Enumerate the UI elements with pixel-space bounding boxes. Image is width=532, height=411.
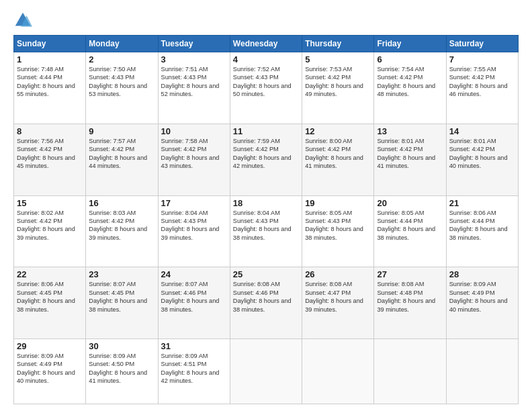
calendar-day-cell: 19 Sunrise: 8:05 AM Sunset: 4:43 PM Dayl…	[302, 195, 374, 267]
day-info: Sunrise: 8:07 AM Sunset: 4:46 PM Dayligh…	[161, 280, 227, 314]
day-number: 20	[377, 198, 443, 208]
day-number: 28	[449, 269, 515, 279]
calendar-week-row: 1 Sunrise: 7:48 AM Sunset: 4:44 PM Dayli…	[14, 52, 519, 124]
day-number: 16	[89, 198, 154, 208]
calendar-day-cell: 20 Sunrise: 8:05 AM Sunset: 4:44 PM Dayl…	[374, 195, 446, 267]
day-number: 21	[449, 198, 515, 208]
day-info: Sunrise: 8:03 AM Sunset: 4:42 PM Dayligh…	[89, 209, 154, 242]
calendar-day-cell	[302, 339, 374, 404]
calendar-day-cell: 30 Sunrise: 8:09 AM Sunset: 4:50 PM Dayl…	[86, 339, 158, 404]
calendar-day-cell: 7 Sunrise: 7:55 AM Sunset: 4:42 PM Dayli…	[446, 52, 518, 124]
calendar-day-cell: 16 Sunrise: 8:03 AM Sunset: 4:42 PM Dayl…	[86, 195, 158, 267]
day-number: 26	[305, 269, 371, 279]
day-number: 29	[17, 341, 83, 351]
calendar-day-cell: 23 Sunrise: 8:07 AM Sunset: 4:45 PM Dayl…	[86, 267, 158, 339]
page: SundayMondayTuesdayWednesdayThursdayFrid…	[0, 0, 532, 411]
day-info: Sunrise: 8:06 AM Sunset: 4:44 PM Dayligh…	[449, 209, 515, 242]
calendar-table: SundayMondayTuesdayWednesdayThursdayFrid…	[13, 35, 519, 404]
day-number: 30	[89, 341, 154, 351]
day-info: Sunrise: 7:58 AM Sunset: 4:42 PM Dayligh…	[161, 137, 227, 171]
calendar-day-cell	[446, 339, 518, 404]
day-info: Sunrise: 8:09 AM Sunset: 4:50 PM Dayligh…	[89, 352, 154, 385]
day-number: 3	[161, 54, 227, 64]
day-number: 11	[233, 126, 299, 136]
day-info: Sunrise: 8:01 AM Sunset: 4:42 PM Dayligh…	[449, 137, 515, 171]
calendar-day-cell: 12 Sunrise: 8:00 AM Sunset: 4:42 PM Dayl…	[302, 124, 374, 195]
day-info: Sunrise: 7:59 AM Sunset: 4:42 PM Dayligh…	[233, 137, 299, 171]
day-number: 8	[17, 126, 83, 136]
calendar-day-header: Sunday	[14, 36, 86, 52]
day-info: Sunrise: 8:04 AM Sunset: 4:43 PM Dayligh…	[161, 209, 227, 242]
day-info: Sunrise: 7:52 AM Sunset: 4:43 PM Dayligh…	[233, 65, 299, 99]
calendar-day-cell: 6 Sunrise: 7:54 AM Sunset: 4:42 PM Dayli…	[374, 52, 446, 124]
day-info: Sunrise: 7:54 AM Sunset: 4:42 PM Dayligh…	[377, 65, 443, 99]
day-number: 7	[449, 54, 515, 64]
day-number: 27	[377, 269, 443, 279]
calendar-day-cell: 27 Sunrise: 8:08 AM Sunset: 4:48 PM Dayl…	[374, 267, 446, 339]
day-info: Sunrise: 8:01 AM Sunset: 4:42 PM Dayligh…	[377, 137, 443, 171]
calendar-day-cell: 11 Sunrise: 7:59 AM Sunset: 4:42 PM Dayl…	[230, 124, 302, 195]
calendar-day-cell: 25 Sunrise: 8:08 AM Sunset: 4:46 PM Dayl…	[230, 267, 302, 339]
day-number: 10	[161, 126, 227, 136]
calendar-day-cell: 4 Sunrise: 7:52 AM Sunset: 4:43 PM Dayli…	[230, 52, 302, 124]
header	[13, 11, 519, 30]
day-info: Sunrise: 7:56 AM Sunset: 4:42 PM Dayligh…	[17, 137, 83, 171]
calendar-day-cell: 13 Sunrise: 8:01 AM Sunset: 4:42 PM Dayl…	[374, 124, 446, 195]
calendar-day-header: Monday	[86, 36, 158, 52]
day-number: 24	[161, 269, 227, 279]
calendar-day-cell: 17 Sunrise: 8:04 AM Sunset: 4:43 PM Dayl…	[158, 195, 230, 267]
day-info: Sunrise: 7:57 AM Sunset: 4:42 PM Dayligh…	[89, 137, 154, 171]
calendar-day-cell: 1 Sunrise: 7:48 AM Sunset: 4:44 PM Dayli…	[14, 52, 86, 124]
calendar-day-header: Saturday	[446, 36, 518, 52]
day-number: 9	[89, 126, 154, 136]
calendar-day-header: Tuesday	[158, 36, 230, 52]
day-number: 1	[17, 54, 83, 64]
calendar-day-cell: 28 Sunrise: 8:09 AM Sunset: 4:49 PM Dayl…	[446, 267, 518, 339]
day-info: Sunrise: 7:50 AM Sunset: 4:43 PM Dayligh…	[89, 65, 154, 99]
day-number: 4	[233, 54, 299, 64]
day-info: Sunrise: 7:48 AM Sunset: 4:44 PM Dayligh…	[17, 65, 83, 99]
day-info: Sunrise: 8:08 AM Sunset: 4:47 PM Dayligh…	[305, 280, 371, 314]
day-number: 23	[89, 269, 154, 279]
calendar-week-row: 29 Sunrise: 8:09 AM Sunset: 4:49 PM Dayl…	[14, 339, 519, 404]
logo-icon	[13, 11, 32, 30]
day-info: Sunrise: 8:02 AM Sunset: 4:42 PM Dayligh…	[17, 209, 83, 242]
calendar-day-cell: 18 Sunrise: 8:04 AM Sunset: 4:43 PM Dayl…	[230, 195, 302, 267]
day-info: Sunrise: 8:09 AM Sunset: 4:49 PM Dayligh…	[17, 352, 83, 385]
calendar-day-cell	[374, 339, 446, 404]
day-info: Sunrise: 8:08 AM Sunset: 4:48 PM Dayligh…	[377, 280, 443, 314]
day-number: 18	[233, 198, 299, 208]
day-number: 5	[305, 54, 371, 64]
day-info: Sunrise: 8:09 AM Sunset: 4:49 PM Dayligh…	[449, 280, 515, 314]
calendar-day-cell: 31 Sunrise: 8:09 AM Sunset: 4:51 PM Dayl…	[158, 339, 230, 404]
calendar-day-header: Thursday	[302, 36, 374, 52]
calendar-week-row: 22 Sunrise: 8:06 AM Sunset: 4:45 PM Dayl…	[14, 267, 519, 339]
day-info: Sunrise: 8:05 AM Sunset: 4:44 PM Dayligh…	[377, 209, 443, 242]
calendar-day-cell: 3 Sunrise: 7:51 AM Sunset: 4:43 PM Dayli…	[158, 52, 230, 124]
calendar-day-cell: 22 Sunrise: 8:06 AM Sunset: 4:45 PM Dayl…	[14, 267, 86, 339]
calendar-day-header: Friday	[374, 36, 446, 52]
day-info: Sunrise: 8:04 AM Sunset: 4:43 PM Dayligh…	[233, 209, 299, 242]
calendar-day-cell: 26 Sunrise: 8:08 AM Sunset: 4:47 PM Dayl…	[302, 267, 374, 339]
day-info: Sunrise: 7:55 AM Sunset: 4:42 PM Dayligh…	[449, 65, 515, 99]
day-info: Sunrise: 7:51 AM Sunset: 4:43 PM Dayligh…	[161, 65, 227, 99]
day-number: 15	[17, 198, 83, 208]
day-number: 6	[377, 54, 443, 64]
calendar-day-cell: 15 Sunrise: 8:02 AM Sunset: 4:42 PM Dayl…	[14, 195, 86, 267]
day-number: 12	[305, 126, 371, 136]
calendar-day-header: Wednesday	[230, 36, 302, 52]
calendar-day-cell: 14 Sunrise: 8:01 AM Sunset: 4:42 PM Dayl…	[446, 124, 518, 195]
calendar-day-cell: 10 Sunrise: 7:58 AM Sunset: 4:42 PM Dayl…	[158, 124, 230, 195]
day-info: Sunrise: 7:53 AM Sunset: 4:42 PM Dayligh…	[305, 65, 371, 99]
day-info: Sunrise: 8:05 AM Sunset: 4:43 PM Dayligh…	[305, 209, 371, 242]
calendar-day-cell	[230, 339, 302, 404]
calendar-day-cell: 29 Sunrise: 8:09 AM Sunset: 4:49 PM Dayl…	[14, 339, 86, 404]
calendar-day-cell: 8 Sunrise: 7:56 AM Sunset: 4:42 PM Dayli…	[14, 124, 86, 195]
day-number: 17	[161, 198, 227, 208]
logo	[13, 11, 35, 30]
calendar-day-cell: 2 Sunrise: 7:50 AM Sunset: 4:43 PM Dayli…	[86, 52, 158, 124]
day-info: Sunrise: 8:09 AM Sunset: 4:51 PM Dayligh…	[161, 352, 227, 385]
calendar-week-row: 8 Sunrise: 7:56 AM Sunset: 4:42 PM Dayli…	[14, 124, 519, 195]
calendar-header-row: SundayMondayTuesdayWednesdayThursdayFrid…	[14, 36, 519, 52]
day-number: 19	[305, 198, 371, 208]
